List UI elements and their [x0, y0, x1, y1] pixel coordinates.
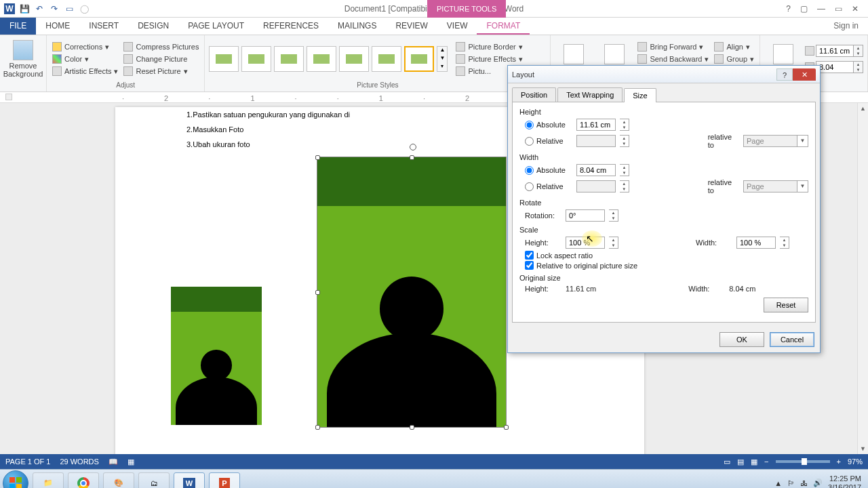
style-thumb[interactable]: [372, 46, 401, 72]
dialog-tab-text-wrapping[interactable]: Text Wrapping: [557, 87, 623, 102]
height-absolute-input[interactable]: [576, 119, 616, 131]
scroll-down-icon[interactable]: ▼: [858, 443, 868, 454]
gallery-down-icon[interactable]: ▼: [437, 55, 447, 63]
explorer-taskbar-button[interactable]: 📁: [33, 472, 64, 489]
picture-border-button[interactable]: Picture Border▾: [454, 41, 524, 52]
scale-height-input[interactable]: [566, 237, 605, 249]
corrections-button[interactable]: Corrections▾: [51, 41, 119, 52]
minimize-button[interactable]: —: [817, 4, 825, 14]
gallery-more-icon[interactable]: ▾: [437, 63, 447, 71]
word-taskbar-button[interactable]: W: [174, 472, 205, 489]
resize-handle[interactable]: [410, 425, 414, 430]
volume-icon[interactable]: 🔊: [813, 479, 823, 487]
tab-home[interactable]: HOME: [36, 17, 79, 35]
spin-down-icon[interactable]: ▼: [854, 51, 863, 56]
width-relative-radio[interactable]: Relative: [525, 182, 572, 191]
style-thumb[interactable]: [404, 46, 434, 72]
spin-up-icon[interactable]: ▲: [854, 45, 863, 51]
help-icon[interactable]: ?: [786, 4, 791, 14]
tab-insert[interactable]: INSERT: [79, 17, 128, 35]
redo-icon[interactable]: ↷: [49, 3, 60, 14]
system-tray[interactable]: ▲ 🏳 🖧 🔊 12:25 PM 3/16/2017: [774, 474, 865, 489]
height-spinner[interactable]: ▲▼: [805, 45, 863, 57]
bring-forward-button[interactable]: Bring Forward▾: [636, 41, 710, 52]
resize-handle[interactable]: [315, 290, 320, 295]
undo-icon[interactable]: ↶: [34, 3, 45, 14]
resize-handle[interactable]: [315, 155, 320, 160]
ok-button[interactable]: OK: [719, 332, 764, 347]
width-absolute-input[interactable]: [576, 164, 616, 176]
dialog-help-button[interactable]: ?: [776, 68, 793, 81]
tray-up-icon[interactable]: ▲: [774, 479, 782, 487]
style-thumb[interactable]: [307, 46, 336, 72]
style-thumb[interactable]: [339, 46, 369, 72]
paint-taskbar-button[interactable]: 🎨: [103, 472, 134, 489]
reset-button[interactable]: Reset: [764, 298, 808, 312]
stepper[interactable]: ▲▼: [620, 164, 629, 176]
page-indicator[interactable]: PAGE 1 OF 1: [5, 458, 50, 466]
stepper[interactable]: ▲▼: [609, 209, 618, 222]
resize-handle[interactable]: [504, 425, 509, 430]
cancel-button[interactable]: Cancel: [770, 332, 814, 347]
reset-picture-button[interactable]: Reset Picture▾: [122, 66, 200, 77]
resize-handle[interactable]: [410, 155, 414, 160]
view-read-icon[interactable]: ▭: [724, 458, 730, 466]
resize-handle[interactable]: [315, 425, 320, 430]
change-picture-button[interactable]: Change Picture: [122, 54, 200, 64]
group-button[interactable]: Group▾: [713, 54, 755, 64]
maximize-button[interactable]: ▭: [835, 4, 842, 14]
save-icon[interactable]: 💾: [19, 3, 30, 14]
scroll-up-icon[interactable]: ▲: [858, 103, 868, 114]
chrome-taskbar-button[interactable]: [68, 472, 99, 489]
tab-mailings[interactable]: MAILINGS: [328, 17, 386, 35]
tab-design[interactable]: DESIGN: [128, 17, 178, 35]
scale-width-input[interactable]: [736, 237, 776, 249]
lock-aspect-checkbox[interactable]: Lock aspect ratio: [525, 251, 808, 260]
align-button[interactable]: Align▾: [713, 41, 755, 52]
gallery-up-icon[interactable]: ▲: [437, 47, 447, 55]
view-web-icon[interactable]: ▦: [751, 458, 757, 466]
stepper[interactable]: ▲▼: [620, 119, 629, 131]
style-thumb[interactable]: [241, 46, 271, 72]
touch-mode-icon[interactable]: ◯: [79, 3, 90, 14]
action-center-icon[interactable]: 🏳: [787, 479, 795, 487]
picture-effects-button[interactable]: Picture Effects▾: [454, 54, 524, 64]
color-button[interactable]: Color▾: [51, 54, 119, 64]
library-taskbar-button[interactable]: 🗂: [138, 472, 170, 489]
clock[interactable]: 12:25 PM 3/16/2017: [828, 474, 861, 489]
image-large[interactable]: [317, 157, 506, 427]
macro-icon[interactable]: ▦: [127, 458, 134, 466]
dialog-close-button[interactable]: ✕: [793, 68, 816, 81]
height-relative-radio[interactable]: Relative: [525, 137, 572, 146]
zoom-slider[interactable]: [776, 460, 830, 463]
artistic-effects-button[interactable]: Artistic Effects▾: [51, 66, 119, 77]
powerpoint-taskbar-button[interactable]: P: [209, 472, 240, 489]
width-absolute-radio[interactable]: Absolute: [525, 166, 572, 175]
view-print-icon[interactable]: ▤: [737, 458, 744, 466]
remove-background-button[interactable]: Remove Background: [4, 40, 42, 78]
rotation-input[interactable]: [566, 209, 605, 222]
new-doc-icon[interactable]: ▭: [64, 3, 75, 14]
height-absolute-radio[interactable]: Absolute: [525, 121, 572, 129]
rotation-handle[interactable]: [410, 144, 416, 150]
relative-original-checkbox[interactable]: Relative to original picture size: [525, 261, 808, 270]
tab-view[interactable]: VIEW: [437, 17, 477, 35]
close-button[interactable]: ✕: [852, 4, 859, 14]
vertical-scrollbar[interactable]: ▲ ▼: [857, 103, 868, 454]
send-backward-button[interactable]: Send Backward▾: [636, 54, 710, 64]
style-thumb[interactable]: [209, 46, 239, 72]
compress-pictures-button[interactable]: Compress Pictures: [122, 41, 200, 52]
dialog-tab-size[interactable]: Size: [624, 88, 656, 102]
tab-review[interactable]: REVIEW: [386, 17, 437, 35]
tab-page-layout[interactable]: PAGE LAYOUT: [178, 17, 254, 35]
tab-file[interactable]: FILE: [0, 17, 36, 35]
sign-in-link[interactable]: Sign in: [824, 17, 868, 35]
zoom-out-button[interactable]: −: [764, 458, 768, 466]
zoom-level[interactable]: 97%: [848, 458, 863, 466]
dialog-tab-position[interactable]: Position: [512, 87, 556, 102]
image-small[interactable]: [171, 287, 262, 425]
picture-styles-gallery[interactable]: ▲▼▾: [209, 46, 448, 72]
start-button[interactable]: [3, 470, 28, 489]
tab-references[interactable]: REFERENCES: [254, 17, 328, 35]
height-input[interactable]: [816, 45, 854, 57]
